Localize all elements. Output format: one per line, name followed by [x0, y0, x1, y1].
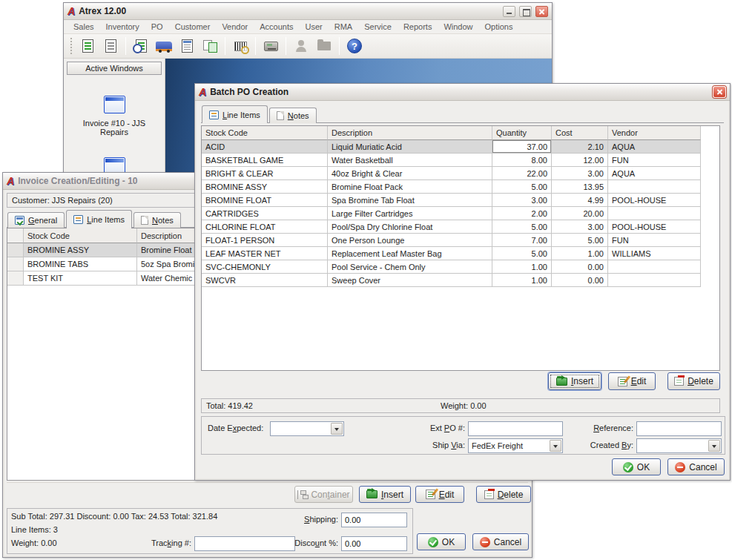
price-list-toolbar-button[interactable] [100, 36, 121, 56]
delivery-truck-toolbar-button[interactable] [154, 36, 174, 56]
tab-line-items[interactable]: Line Items [66, 210, 132, 228]
cell: POOL-HOUSE [608, 220, 701, 234]
delete-button[interactable]: Delete [667, 372, 720, 390]
tab-notes[interactable]: Notes [133, 212, 181, 228]
schedule-toolbar-button[interactable] [131, 36, 151, 56]
dropdown-arrow-icon[interactable] [331, 423, 343, 435]
table-row[interactable]: SVC-CHEMONLYPool Service - Chem Only1.00… [202, 260, 702, 274]
reference-input[interactable] [636, 421, 722, 436]
table-row[interactable]: CHLORINE FLOATPool/Spa Dry Chlorine Floa… [202, 220, 702, 234]
shipping-label: Shipping: [257, 515, 338, 524]
insert-button[interactable]: Insert [359, 486, 411, 503]
tracking-label: Tracking #: [104, 538, 191, 547]
maximize-button[interactable] [519, 6, 532, 17]
shipping-input[interactable] [341, 513, 407, 527]
invoice-window-title: Invoice Creation/Editing - 10 [18, 176, 137, 186]
general-tab-icon [15, 216, 24, 225]
created-by-combo[interactable] [636, 438, 722, 453]
tab-general[interactable]: General [7, 212, 65, 228]
cell: ACID [202, 140, 328, 154]
insert-button[interactable]: Insert [548, 372, 601, 390]
user-toolbar-button [291, 36, 311, 56]
table-row[interactable]: FLOAT-1 PERSONOne Person Lounge7.005.00F… [202, 234, 702, 247]
menu-item-reports[interactable]: Reports [398, 22, 438, 32]
main-window-title: Atrex 12.00 [79, 6, 126, 16]
window-item-label: Invoice #10 - JJS Repairs [71, 119, 157, 136]
table-row[interactable]: BASKETBALL GAMEWater Basketball8.0012.00… [202, 154, 702, 167]
cancel-icon [675, 462, 685, 472]
menu-item-sales[interactable]: Sales [68, 22, 99, 32]
toolbar-separator [286, 37, 286, 55]
main-titlebar[interactable]: A Atrex 12.00 [64, 3, 552, 20]
cell: CHLORINE FLOAT [202, 220, 328, 234]
menu-item-inventory[interactable]: Inventory [101, 22, 145, 32]
minimize-button[interactable] [503, 6, 515, 17]
edit-button[interactable]: Edit [415, 486, 464, 503]
barcode-search-toolbar-button[interactable] [230, 36, 251, 56]
ship-via-combo[interactable]: FedEx Freight [468, 438, 563, 453]
cell: 5.00 [492, 247, 552, 260]
table-row[interactable]: BRIGHT & CLEAR40oz Bright & Clear22.003.… [202, 167, 702, 180]
menu-item-service[interactable]: Service [359, 22, 397, 32]
edit-button[interactable]: Edit [608, 372, 656, 390]
delete-button[interactable]: Delete [476, 486, 531, 503]
toolbar-separator [225, 37, 225, 55]
batch-titlebar[interactable]: A Batch PO Creation [195, 84, 730, 101]
atrex-logo-icon: A [7, 176, 14, 186]
tab-line-items[interactable]: Line Items [202, 105, 268, 123]
new-invoice-toolbar-button[interactable] [77, 36, 98, 56]
atrex-logo-icon: A [199, 87, 206, 97]
close-button[interactable] [713, 86, 726, 98]
cell: One Person Lounge [328, 234, 492, 247]
tab-notes[interactable]: Notes [269, 108, 317, 123]
menu-item-customer[interactable]: Customer [170, 22, 216, 32]
help-toolbar-button[interactable]: ? [344, 36, 365, 56]
folder-toolbar-button [314, 36, 334, 56]
invoice-ok-button[interactable]: OK [417, 533, 466, 550]
active-windows-header[interactable]: Active Windows [67, 62, 162, 75]
stock-transfer-toolbar-button[interactable] [200, 36, 220, 56]
menu-item-po[interactable]: PO [146, 22, 168, 32]
batch-fields-box: Date Expected: Ext PO #: Ship Via: FedEx… [201, 416, 725, 455]
dropdown-arrow-icon[interactable] [708, 440, 720, 452]
table-row[interactable]: BROMINE ASSYBromine Float Pack5.0013.95 [202, 180, 702, 194]
menu-item-user[interactable]: User [300, 22, 328, 32]
table-row[interactable]: CARTRIDGESLarge Filter Cartridges2.0020.… [202, 207, 702, 220]
cell: 3.00 [552, 220, 608, 234]
cash-drawer-toolbar-button[interactable] [260, 36, 281, 56]
invoice-cancel-button[interactable]: Cancel [472, 533, 529, 550]
cell: 0.00 [552, 260, 608, 274]
ext-po-input[interactable] [468, 421, 563, 436]
notes-tab-icon [277, 111, 284, 120]
menu-item-options[interactable]: Options [480, 22, 518, 32]
quantity-cell-editor[interactable]: 37.00 [492, 140, 552, 154]
table-row[interactable]: SWCVRSweep Cover1.000.00 [202, 274, 702, 287]
table-header-row: Stock CodeDescriptionQuantityCostVendor [202, 126, 702, 140]
invoice-summary-box: Sub Total: 297.31 Discount: 0.00 Tax: 24… [7, 508, 413, 554]
batch-po-window: A Batch PO Creation Line ItemsNotes Stoc… [194, 83, 731, 481]
menu-item-rma[interactable]: RMA [329, 22, 357, 32]
new-invoice-icon [82, 39, 93, 53]
toolbar-grip [70, 37, 73, 55]
cell: 1.00 [492, 274, 552, 287]
invoice-tabs: GeneralLine ItemsNotes [7, 210, 181, 228]
table-row[interactable]: ACIDLiquid Muriatic Acid37.002.10AQUA [202, 140, 702, 154]
batch-ok-button[interactable]: OK [612, 458, 661, 475]
discount-pct-input[interactable] [341, 536, 407, 551]
menu-item-window[interactable]: Window [438, 22, 478, 32]
table-row[interactable]: BROMINE FLOATSpa Bromine Tab Float3.004.… [202, 194, 702, 207]
batch-cancel-button[interactable]: Cancel [667, 458, 725, 475]
menu-item-accounts[interactable]: Accounts [254, 22, 298, 32]
po-document-toolbar-button[interactable] [177, 36, 197, 56]
close-button[interactable] [535, 6, 548, 17]
cell: BASKETBALL GAME [202, 154, 328, 167]
cell: 5.00 [492, 180, 552, 194]
container-button-label: Container [311, 490, 349, 500]
window-icon [104, 96, 125, 113]
toolbar-separator [339, 37, 340, 55]
menu-item-vendor[interactable]: Vendor [217, 22, 253, 32]
invoice-window-item[interactable]: Invoice #10 - JJS Repairs [67, 96, 162, 136]
container-icon [297, 490, 307, 499]
table-row[interactable]: LEAF MASTER NETReplacement Leaf Master B… [202, 247, 702, 260]
date-expected-combo[interactable] [270, 421, 344, 436]
